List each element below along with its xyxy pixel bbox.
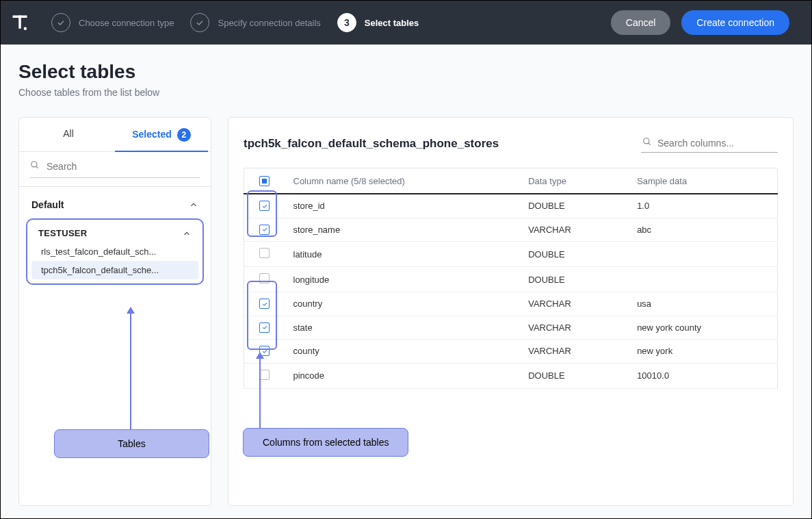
table-row: store_nameVARCHARabc [244, 218, 778, 242]
topbar: Choose connection type Specify connectio… [1, 1, 811, 45]
table-list-item[interactable]: rls_test_falcon_default_sch... [31, 242, 198, 261]
tab-selected[interactable]: Selected 2 [115, 118, 208, 151]
selected-count-badge: 2 [177, 128, 191, 142]
create-connection-button[interactable]: Create connection [681, 10, 789, 35]
table-row: latitudeDOUBLE [244, 242, 778, 267]
column-checkbox[interactable] [259, 370, 270, 380]
column-checkbox[interactable] [259, 225, 270, 235]
step-number: 3 [337, 13, 356, 32]
data-type-cell: DOUBLE [520, 267, 629, 292]
column-search[interactable] [641, 134, 778, 153]
column-checkbox[interactable] [259, 299, 270, 309]
schema-name: Default [31, 199, 64, 210]
step-connection-type[interactable]: Choose connection type [51, 13, 174, 32]
column-name-cell: pincode [285, 363, 521, 388]
tab-selected-label: Selected [132, 129, 172, 140]
data-type-cell: VARCHAR [520, 316, 629, 340]
table-row: pincodeDOUBLE10010.0 [244, 363, 778, 388]
page-subtitle: Choose tables from the list below [18, 87, 794, 98]
table-search[interactable] [30, 160, 200, 178]
wizard-steps: Choose connection type Specify connectio… [51, 13, 419, 32]
sample-data-cell: new york [629, 340, 777, 364]
column-name-cell: store_name [285, 218, 521, 242]
data-type-cell: DOUBLE [520, 242, 629, 267]
table-search-input[interactable] [47, 161, 200, 172]
column-name-cell: longitude [285, 267, 521, 292]
tab-all[interactable]: All [22, 118, 115, 151]
table-row: countryVARCHARusa [244, 292, 778, 316]
step-select-tables[interactable]: 3 Select tables [337, 13, 419, 32]
data-type-header: Data type [520, 168, 629, 194]
table-row: store_idDOUBLE1.0 [244, 194, 778, 218]
search-icon [642, 137, 652, 149]
sample-data-cell [629, 242, 777, 267]
sample-data-cell: 1.0 [629, 194, 777, 218]
data-type-cell: VARCHAR [520, 292, 629, 316]
column-name-header: Column name (5/8 selected) [285, 168, 521, 194]
chevron-up-icon [182, 229, 192, 238]
chevron-up-icon [189, 200, 198, 210]
column-name-cell: latitude [285, 242, 521, 267]
svg-line-6 [649, 143, 651, 145]
check-icon [51, 13, 70, 32]
sample-data-cell [629, 267, 777, 292]
column-name-cell: store_id [285, 194, 521, 218]
sample-data-cell: new york county [629, 316, 777, 340]
table-row: countyVARCHARnew york [244, 340, 778, 364]
column-checkbox[interactable] [259, 273, 270, 283]
columns-table: Column name (5/8 selected) Data type Sam… [244, 168, 778, 389]
search-icon [30, 160, 40, 172]
check-icon [190, 13, 209, 32]
svg-line-4 [36, 166, 38, 168]
column-name-cell: country [285, 292, 521, 316]
step-label: Select tables [365, 18, 419, 28]
sample-data-cell: abc [629, 218, 777, 242]
column-checkbox[interactable] [259, 322, 270, 333]
column-checkbox[interactable] [259, 201, 270, 211]
annotation-tables: Tables [54, 429, 209, 458]
step-connection-details[interactable]: Specify connection details [190, 13, 320, 32]
data-type-cell: DOUBLE [520, 363, 629, 388]
selected-table-title: tpch5k_falcon_default_schema_phone_store… [244, 137, 499, 151]
data-type-cell: VARCHAR [520, 340, 629, 364]
svg-point-5 [644, 138, 649, 144]
column-name-cell: county [285, 340, 521, 364]
sample-data-cell: usa [629, 292, 777, 316]
svg-point-3 [31, 162, 37, 167]
cancel-button[interactable]: Cancel [611, 10, 671, 35]
sample-data-header: Sample data [629, 168, 777, 194]
annotation-columns: Columns from selected tables [243, 428, 408, 457]
select-all-checkbox[interactable] [259, 176, 270, 186]
svg-rect-1 [18, 16, 21, 29]
table-row: longitudeDOUBLE [244, 267, 778, 292]
step-label: Specify connection details [218, 18, 320, 28]
page-title: Select tables [18, 61, 794, 83]
data-type-cell: VARCHAR [520, 218, 629, 242]
table-list-item[interactable]: tpch5k_falcon_default_sche... [31, 261, 198, 279]
step-label: Choose connection type [79, 18, 174, 28]
sample-data-cell: 10010.0 [629, 363, 777, 388]
app-logo [10, 13, 49, 32]
column-name-cell: state [285, 316, 521, 340]
svg-point-2 [24, 27, 27, 30]
schema-group-testuser: TESTUSER rls_test_falcon_default_sch...t… [26, 218, 204, 285]
column-search-input[interactable] [657, 138, 777, 149]
filter-tabs: All Selected 2 [19, 118, 211, 152]
data-type-cell: DOUBLE [520, 194, 629, 218]
table-row: stateVARCHARnew york county [244, 316, 778, 340]
tables-panel: All Selected 2 Default [18, 117, 211, 506]
column-checkbox[interactable] [259, 248, 270, 258]
user-group-header[interactable]: TESTUSER [31, 224, 198, 242]
columns-panel: tpch5k_falcon_default_schema_phone_store… [228, 117, 794, 506]
user-group-name: TESTUSER [38, 228, 87, 238]
schema-header[interactable]: Default [26, 195, 204, 214]
